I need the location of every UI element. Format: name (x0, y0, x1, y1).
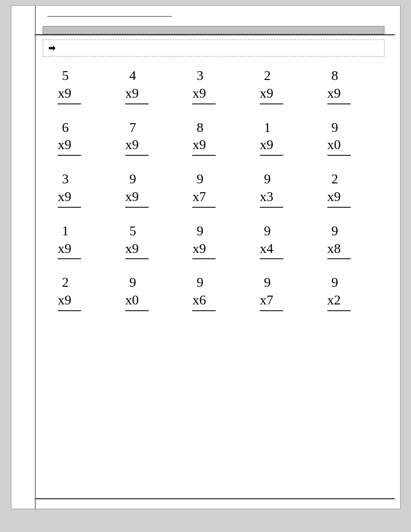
problem: 1x9 (260, 119, 307, 156)
bottom-number: x9 (125, 136, 149, 156)
top-number: 7 (125, 119, 136, 137)
top-number: 9 (260, 274, 271, 291)
bottom-number: x9 (260, 136, 283, 156)
bottom-number: x7 (192, 188, 216, 208)
worksheet-page: ➡ 5x94x93x92x98x96x97x98x91x99x03x99x99x… (11, 5, 401, 509)
top-number: 4 (125, 67, 136, 85)
bottom-number: x9 (125, 85, 149, 104)
problem: 9x7 (192, 170, 239, 208)
bottom-number: x9 (58, 85, 81, 104)
problem: 9x9 (192, 222, 239, 260)
top-number: 8 (192, 119, 203, 137)
top-number: 9 (125, 274, 136, 291)
top-border (35, 34, 395, 35)
top-number: 8 (327, 67, 338, 85)
bottom-number: x9 (327, 188, 351, 208)
directions-box: ➡ (43, 39, 385, 57)
problem: 5x9 (125, 222, 172, 260)
bottom-number: x9 (58, 188, 81, 208)
top-number: 9 (260, 170, 271, 188)
name-underline (47, 16, 172, 17)
problem: 2x9 (327, 170, 374, 208)
top-number: 5 (58, 67, 69, 85)
top-number: 9 (192, 170, 203, 188)
bottom-number: x4 (260, 240, 283, 260)
problem: 9x0 (327, 119, 374, 156)
problem: 2x9 (58, 274, 104, 311)
problem: 6x9 (58, 119, 104, 156)
arrow-icon: ➡ (48, 43, 55, 53)
bottom-number: x9 (192, 85, 216, 104)
top-number: 9 (327, 274, 338, 291)
problem: 7x9 (125, 119, 172, 156)
bottom-number: x9 (327, 85, 351, 104)
top-number: 9 (327, 222, 338, 240)
problem: 5x9 (58, 67, 104, 104)
worksheet-title (43, 26, 385, 34)
problem-row: 1x95x99x99x49x8 (48, 222, 385, 260)
problem: 1x9 (58, 222, 104, 260)
problem: 9x0 (125, 274, 172, 311)
problem: 9x4 (260, 222, 307, 260)
problem: 4x9 (125, 67, 172, 104)
top-number: 1 (260, 119, 271, 137)
top-number: 9 (327, 119, 338, 137)
bottom-number: x9 (260, 85, 283, 104)
problem-row: 2x99x09x69x79x2 (48, 274, 385, 311)
problem: 9x9 (125, 170, 172, 208)
bottom-number: x9 (125, 188, 149, 208)
name-line (43, 16, 385, 17)
problem-row: 5x94x93x92x98x9 (48, 67, 385, 104)
problem: 3x9 (192, 67, 239, 104)
problem-row: 3x99x99x79x32x9 (48, 170, 385, 208)
top-number: 9 (192, 274, 203, 291)
bottom-number: x6 (192, 291, 216, 311)
problems-grid: 5x94x93x92x98x96x97x98x91x99x03x99x99x79… (43, 67, 385, 311)
problem: 8x9 (192, 119, 239, 156)
bottom-number: x3 (260, 188, 283, 208)
bottom-number: x9 (192, 240, 216, 260)
top-number: 2 (58, 274, 69, 291)
problem: 9x8 (327, 222, 374, 260)
problem-row: 6x97x98x91x99x0 (48, 119, 385, 156)
top-number: 5 (125, 222, 136, 240)
top-number: 9 (125, 170, 136, 188)
bottom-number: x7 (260, 291, 283, 311)
problem: 9x6 (192, 274, 239, 311)
bottom-number: x0 (125, 291, 149, 311)
top-number: 3 (192, 67, 203, 85)
bottom-number: x8 (327, 240, 351, 260)
top-number: 1 (58, 222, 69, 240)
problem: 9x7 (260, 274, 307, 311)
bottom-number: x9 (58, 291, 81, 311)
problem: 9x2 (327, 274, 374, 311)
bottom-number: x9 (125, 240, 149, 260)
top-number: 3 (58, 170, 69, 188)
top-number: 9 (260, 222, 271, 240)
bottom-number: x9 (192, 136, 216, 156)
top-number: 6 (58, 119, 69, 137)
problem: 9x3 (260, 170, 307, 208)
bottom-number: x2 (327, 291, 351, 311)
problem: 3x9 (58, 170, 104, 208)
problem: 8x9 (327, 67, 374, 104)
top-number: 2 (327, 170, 338, 188)
bottom-number: x9 (58, 136, 81, 156)
left-border (35, 6, 36, 509)
problem: 2x9 (260, 67, 307, 104)
bottom-number: x0 (327, 136, 351, 156)
bottom-number: x9 (58, 240, 81, 260)
top-number: 2 (260, 67, 271, 85)
bottom-border (35, 498, 395, 499)
top-number: 9 (192, 222, 203, 240)
